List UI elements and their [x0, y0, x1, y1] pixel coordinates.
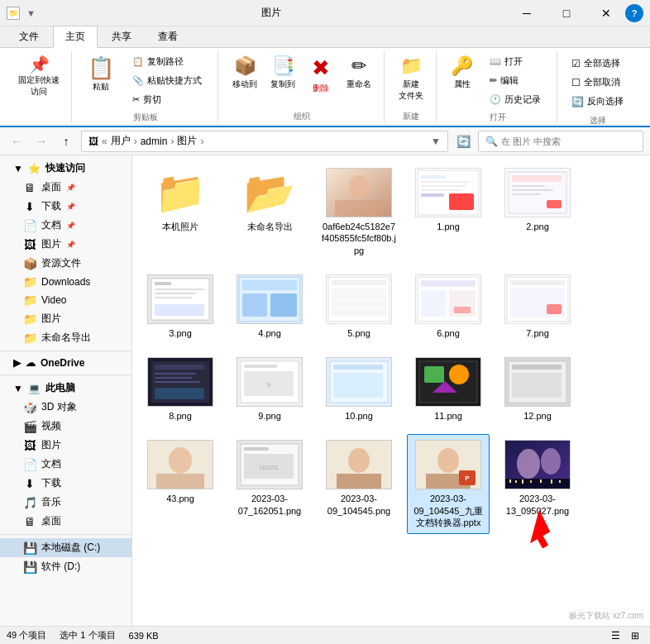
- history-button[interactable]: 🕐 历史记录: [484, 91, 547, 108]
- help-button[interactable]: ?: [625, 4, 643, 22]
- file-item-f1[interactable]: 📁 本机照片: [139, 162, 222, 262]
- sidebar-item-music[interactable]: 🎵 音乐: [0, 493, 131, 512]
- sidebar-header-thispc[interactable]: ▼ 💻 此电脑: [0, 379, 131, 398]
- sidebar-item-resources[interactable]: 📦 资源文件: [0, 254, 131, 273]
- file-item-f9[interactable]: 6.png: [407, 269, 490, 345]
- search-input[interactable]: [501, 136, 636, 146]
- rename-button[interactable]: ✏ 重命名: [341, 51, 377, 94]
- svg-point-67: [449, 365, 469, 384]
- sidebar-item-c-drive[interactable]: 💾 本地磁盘 (C:): [0, 538, 131, 557]
- copy-to-button[interactable]: 📑 复制到: [265, 51, 301, 94]
- paste-button[interactable]: 📋 粘贴: [80, 51, 122, 97]
- path-dropdown-icon[interactable]: ▼: [431, 136, 441, 147]
- path-part-pics[interactable]: 图片: [177, 134, 197, 148]
- file-item-f10[interactable]: 7.png: [496, 269, 579, 345]
- svg-rect-47: [547, 304, 562, 314]
- tab-file[interactable]: 文件: [7, 26, 51, 47]
- properties-button[interactable]: 🔑 属性: [445, 51, 479, 94]
- open-button[interactable]: 📖 打开: [484, 53, 547, 70]
- preview-f9: [416, 275, 480, 323]
- file-item-f5[interactable]: 2.png: [496, 162, 579, 262]
- sidebar-item-downloads[interactable]: ⬇ 下载 📌: [0, 197, 131, 216]
- file-item-f19[interactable]: P 2023-03-09_104545_九重文档转换器.pptx: [407, 434, 490, 534]
- d-drive-icon: 💾: [23, 561, 36, 574]
- file-item-f4[interactable]: 1.png: [407, 162, 490, 262]
- svg-rect-17: [547, 200, 562, 208]
- file-item-f18[interactable]: 2023-03-09_104545.png: [318, 434, 400, 534]
- forward-button[interactable]: →: [31, 131, 51, 151]
- new-folder-button[interactable]: 📁 新建文件夹: [393, 51, 429, 106]
- back-button[interactable]: ←: [7, 131, 26, 151]
- sidebar: ▼ ⭐ 快速访问 🖥 桌面 📌 ⬇ 下载 📌 📄 文档 📌 🖼 图片 📌 📦 资…: [0, 155, 132, 626]
- sidebar-item-d-drive[interactable]: 💾 软件 (D:): [0, 557, 131, 576]
- desktop2-label: 桌面: [41, 514, 61, 528]
- search-box[interactable]: 🔍: [478, 131, 643, 152]
- sidebar-item-downloads-folder[interactable]: 📁 Downloads: [0, 273, 131, 291]
- address-path[interactable]: 🖼 « 用户 › admin › 图片 › ▼: [81, 131, 448, 152]
- pics2-icon: 📁: [23, 312, 36, 326]
- resources-label: 资源文件: [41, 256, 81, 270]
- file-item-f15[interactable]: 12.png: [496, 351, 579, 427]
- file-item-f12[interactable]: 9 9.png: [228, 351, 311, 427]
- cut-button[interactable]: ✂ 剪切: [127, 91, 208, 108]
- file-item-f16[interactable]: 43.png: [139, 434, 222, 534]
- svg-rect-40: [421, 290, 446, 317]
- music-icon: 🎵: [23, 496, 36, 509]
- file-item-f20[interactable]: 2023-03-13_095027.png: [496, 434, 579, 534]
- unnamed-export-label: 未命名导出: [41, 331, 91, 345]
- svg-text:P: P: [465, 475, 470, 482]
- delete-button[interactable]: ✖ 删除: [303, 51, 339, 98]
- tab-home[interactable]: 主页: [53, 26, 98, 48]
- refresh-button[interactable]: 🔄: [453, 131, 473, 151]
- file-item-f11[interactable]: 8.png: [139, 351, 222, 427]
- thispc-chevron: ▼: [13, 383, 23, 394]
- sidebar-item-desktop[interactable]: 🖥 桌面 📌: [0, 178, 131, 197]
- copy-path-button[interactable]: 📋 复制路径: [127, 53, 208, 70]
- file-item-f6[interactable]: 3.png: [139, 269, 222, 345]
- invert-select-button[interactable]: 🔄 反向选择: [566, 93, 629, 110]
- file-item-f13[interactable]: 10.png: [318, 351, 400, 427]
- sidebar-item-unnamed-export[interactable]: 📁 未命名导出: [0, 328, 131, 347]
- select-all-button[interactable]: ☑ 全部选择: [566, 55, 629, 72]
- svg-rect-75: [156, 474, 204, 489]
- edit-button[interactable]: ✏ 编辑: [484, 72, 547, 89]
- close-button[interactable]: ✕: [587, 1, 625, 26]
- up-button[interactable]: ↑: [56, 131, 76, 151]
- sidebar-item-dl2[interactable]: ⬇ 下载: [0, 474, 131, 493]
- tab-share[interactable]: 共享: [99, 26, 144, 47]
- organize-btns: 📦 移动到 📑 复制到 ✖ 删除 ✏ 重命名: [227, 51, 377, 109]
- minimize-button[interactable]: ─: [508, 1, 546, 26]
- sidebar-item-video2[interactable]: 🎬 视频: [0, 417, 131, 436]
- title-bar-icons: 📁 ▼: [7, 7, 36, 20]
- select-none-icon: ☐: [571, 77, 581, 88]
- sidebar-item-pics2[interactable]: 📁 图片: [0, 309, 131, 328]
- sidebar-item-pics3[interactable]: 🖼 图片: [0, 436, 131, 455]
- file-item-f14[interactable]: 11.png: [407, 351, 490, 427]
- file-area[interactable]: 📁 本机照片 📂 未命名导出: [132, 155, 650, 626]
- sidebar-header-quickaccess[interactable]: ▼ ⭐ 快速访问: [0, 159, 131, 178]
- file-item-f7[interactable]: 4.png: [228, 269, 311, 345]
- path-part-user[interactable]: 用户: [111, 134, 131, 148]
- path-part-admin[interactable]: admin: [141, 136, 168, 147]
- sidebar-item-docs[interactable]: 📄 文档 📌: [0, 216, 131, 235]
- tab-view[interactable]: 查看: [146, 26, 190, 47]
- maximize-button[interactable]: □: [547, 1, 585, 26]
- move-to-button[interactable]: 📦 移动到: [227, 51, 263, 94]
- list-view-button[interactable]: ☰: [607, 627, 624, 644]
- sidebar-item-3d[interactable]: 🎲 3D 对象: [0, 398, 131, 417]
- svg-rect-57: [244, 365, 277, 368]
- sidebar-item-docs2[interactable]: 📄 文档: [0, 455, 131, 474]
- pin-to-quickaccess-button[interactable]: 📌 固定到快速访问: [13, 51, 65, 101]
- select-none-button[interactable]: ☐ 全部取消: [566, 74, 629, 91]
- grid-view-button[interactable]: ⊞: [627, 627, 643, 644]
- paste-shortcut-button[interactable]: 📎 粘贴快捷方式: [127, 72, 208, 89]
- downloads-icon: ⬇: [23, 200, 36, 213]
- sidebar-header-onedrive[interactable]: ▶ ☁ OneDrive: [0, 355, 131, 371]
- sidebar-item-desktop2[interactable]: 🖥 桌面: [0, 512, 131, 531]
- file-item-f8[interactable]: 5.png: [318, 269, 400, 345]
- sidebar-item-video[interactable]: 📁 Video: [0, 291, 131, 309]
- file-item-f17[interactable]: 162051 2023-03-07_162051.png: [228, 434, 311, 534]
- file-item-f2[interactable]: 📂 未命名导出: [228, 162, 311, 262]
- sidebar-item-pictures[interactable]: 🖼 图片 📌: [0, 235, 131, 254]
- file-item-f3[interactable]: 0af6eb24c5182e7f405855fc5fcf80b.jpg: [318, 162, 400, 262]
